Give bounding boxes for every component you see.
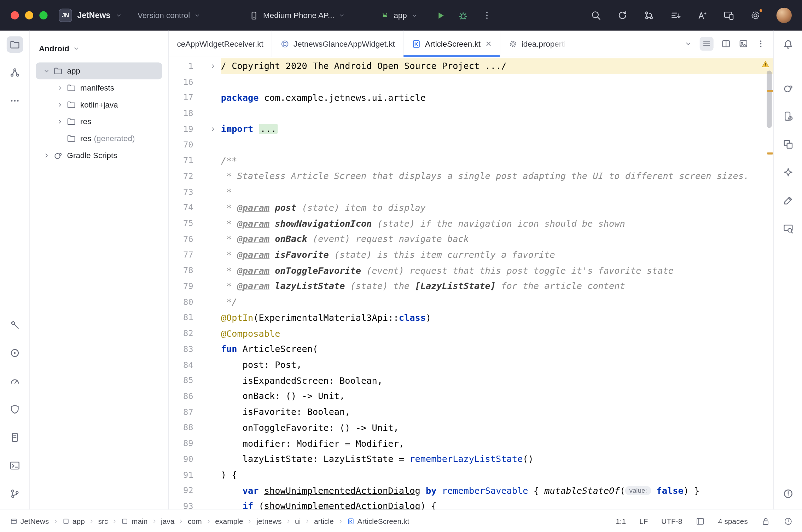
close-window-button[interactable] xyxy=(11,11,19,19)
debug-button[interactable] xyxy=(455,8,471,23)
code-review-icon[interactable] xyxy=(670,10,681,21)
editor-scrollbar[interactable] xyxy=(767,71,772,128)
running-devices-button[interactable] xyxy=(780,136,796,152)
build-tool-window-button[interactable] xyxy=(6,317,23,333)
code-token: for the article content xyxy=(496,281,625,291)
indent-widget[interactable]: 4 spaces xyxy=(718,517,748,525)
code-editor[interactable]: 1/ Copyright 2020 The Android Open Sourc… xyxy=(169,57,773,510)
encoding-widget[interactable]: UTF-8 xyxy=(661,517,682,525)
lock-open-icon[interactable] xyxy=(761,516,770,526)
notifications-button[interactable] xyxy=(780,36,796,53)
editor-options-icon[interactable] xyxy=(756,39,766,48)
problems-status-icon[interactable] xyxy=(784,516,793,526)
chevron-right-icon[interactable] xyxy=(56,118,66,125)
code-line: 73 * xyxy=(169,184,773,200)
more-tool-windows-button[interactable] xyxy=(6,93,23,109)
breadcrumb-item-articlescreen-kt[interactable]: ArticleScreen.kt xyxy=(347,517,409,525)
app-quality-insights-button[interactable] xyxy=(6,401,23,417)
code-text xyxy=(221,137,773,152)
inspections-warning-icon[interactable] xyxy=(761,60,770,69)
breadcrumb-item-ui[interactable]: ui xyxy=(295,517,301,525)
kotlin-class-icon xyxy=(280,39,289,48)
vcs-widget[interactable]: Version control xyxy=(138,11,201,20)
line-number: 81 xyxy=(169,313,193,322)
chevron-right-icon[interactable] xyxy=(56,101,66,108)
code-line: 93 if (showUnimplementedActionDialog) { xyxy=(169,498,773,510)
run-configuration-selector[interactable]: app xyxy=(380,11,418,20)
line-separator-widget[interactable]: LF xyxy=(639,517,648,525)
problems-tool-window-button[interactable] xyxy=(780,486,796,502)
tree-item-manifests[interactable]: manifests xyxy=(36,79,162,96)
maximize-window-button[interactable] xyxy=(39,11,47,19)
run-button[interactable] xyxy=(433,8,448,23)
warning-stripe-mark[interactable] xyxy=(767,152,773,155)
project-tool-window-button[interactable] xyxy=(6,36,23,53)
breadcrumb-item-src[interactable]: src xyxy=(98,517,108,525)
ide-window: JN JetNews Version control Medium Phone … xyxy=(0,0,802,532)
ai-assistant-icon[interactable] xyxy=(697,10,708,21)
tree-item-app[interactable]: app xyxy=(36,62,162,79)
live-edit-button[interactable] xyxy=(780,192,796,209)
tree-item-res[interactable]: res xyxy=(36,113,162,130)
more-actions-button[interactable] xyxy=(479,8,494,23)
tree-item-kotlin-java[interactable]: kotlin+java xyxy=(36,96,162,113)
tab-article-screen[interactable]: ArticleScreen.kt× xyxy=(403,31,500,57)
preview-layout-icon[interactable] xyxy=(739,39,748,48)
version-control-tool-window-button[interactable] xyxy=(6,486,23,502)
code-token xyxy=(269,234,275,244)
breadcrumb-item-com[interactable]: com xyxy=(188,517,202,525)
chevron-down-icon[interactable] xyxy=(43,67,53,74)
fold-arrow-icon[interactable] xyxy=(210,63,216,70)
tab-idea-properties[interactable]: idea.properti xyxy=(500,31,574,57)
logcat-tool-window-button[interactable] xyxy=(6,429,23,446)
run-config-app-icon xyxy=(380,11,389,20)
sync-project-icon[interactable] xyxy=(617,10,628,21)
project-view-selector[interactable]: Android xyxy=(30,31,168,63)
gemini-assistant-button[interactable] xyxy=(780,164,796,180)
profiler-tool-window-button[interactable] xyxy=(6,373,23,389)
device-manager-button[interactable] xyxy=(780,108,796,124)
build-analyzer-icon[interactable] xyxy=(644,10,655,21)
hidden-tabs-icon[interactable] xyxy=(684,40,692,48)
structure-tool-window-button[interactable] xyxy=(6,64,23,81)
tab-list-button[interactable] xyxy=(700,37,714,51)
breadcrumb-item-app[interactable]: app xyxy=(62,517,85,525)
gemini-icon xyxy=(782,167,794,178)
minimize-window-button[interactable] xyxy=(25,11,33,19)
breadcrumb-item-example[interactable]: example xyxy=(215,517,243,525)
editor-columns-icon[interactable] xyxy=(696,516,705,526)
breadcrumb-item-jetnews[interactable]: jetnews xyxy=(256,517,281,525)
breadcrumb-item-jetnews[interactable]: JetNews xyxy=(10,517,49,525)
gradle-tool-window-button[interactable] xyxy=(780,80,796,96)
line-number: 83 xyxy=(169,344,193,354)
code-token: rememberLazyListState xyxy=(409,454,523,464)
search-icon[interactable] xyxy=(590,10,602,21)
tab-glance-receiver[interactable]: ceAppWidgetReceiver.kt xyxy=(169,31,272,57)
project-widget[interactable]: JN JetNews xyxy=(59,9,122,22)
fold-arrow-icon[interactable] xyxy=(210,126,216,132)
caret-position-widget[interactable]: 1:1 xyxy=(616,517,626,525)
terminal-tool-window-button[interactable] xyxy=(6,457,23,474)
tree-label: kotlin+java xyxy=(80,100,118,109)
breadcrumb-item-article[interactable]: article xyxy=(314,517,334,525)
settings-button[interactable] xyxy=(750,10,761,21)
tree-item-gradle-scripts[interactable]: Gradle Scripts xyxy=(36,147,162,164)
tree-item-res[interactable]: res(generated) xyxy=(36,130,162,147)
code-text: onToggleFavorite: () -> Unit, xyxy=(221,420,773,435)
breadcrumb-label: app xyxy=(72,517,85,525)
app-inspection-button[interactable] xyxy=(780,220,796,237)
services-tool-window-button[interactable] xyxy=(6,345,23,361)
device-selector[interactable]: Medium Phone AP... xyxy=(249,11,345,20)
user-avatar[interactable] xyxy=(777,8,792,23)
chevron-right-icon[interactable] xyxy=(43,152,53,159)
close-icon[interactable]: × xyxy=(486,39,491,48)
breadcrumb-item-java[interactable]: java xyxy=(161,517,174,525)
tab-glance-widget[interactable]: JetnewsGlanceAppWidget.kt xyxy=(272,31,403,57)
line-number: 89 xyxy=(169,439,193,448)
warning-triangle-icon xyxy=(761,60,770,69)
chevron-right-icon[interactable] xyxy=(56,84,66,91)
warning-stripe-mark[interactable] xyxy=(767,90,773,92)
split-editor-icon[interactable] xyxy=(721,39,731,48)
device-mirror-icon[interactable] xyxy=(723,10,734,21)
breadcrumb-item-main[interactable]: main xyxy=(121,517,147,525)
